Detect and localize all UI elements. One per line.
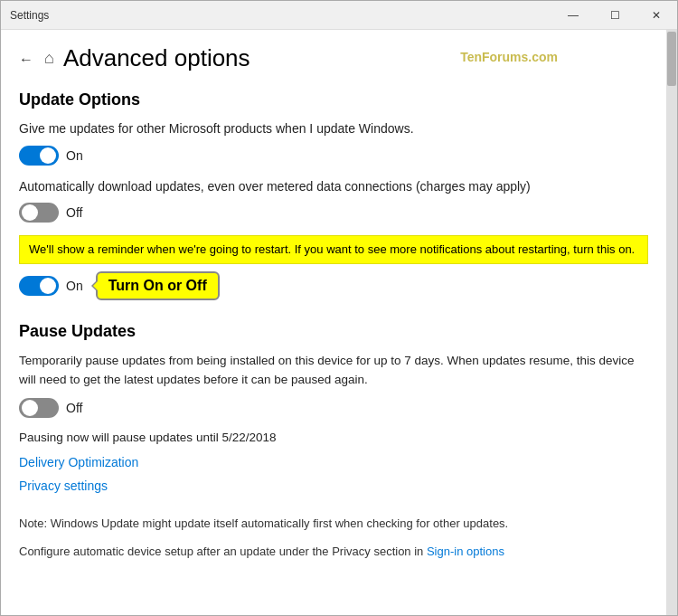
scrollbar-thumb[interactable]	[667, 32, 676, 86]
delivery-optimization-link[interactable]: Delivery Optimization	[19, 455, 648, 469]
pause-toggle-knob	[22, 400, 38, 416]
pause-until: Pausing now will pause updates until 5/2…	[19, 431, 648, 444]
option2-toggle-row: Off	[19, 203, 648, 223]
titlebar-controls: — ☐ ✕	[552, 1, 677, 29]
pause-updates-body: Temporarily pause updates from being ins…	[19, 352, 648, 389]
option1-state: On	[66, 148, 83, 163]
pause-updates-title: Pause Updates	[19, 322, 648, 341]
page-title: Advanced options	[63, 44, 250, 72]
option1-toggle[interactable]	[19, 146, 59, 166]
note1: Note: Windows Update might update itself…	[19, 515, 648, 533]
note2-prefix: Configure automatic device setup after a…	[19, 545, 427, 558]
scrollbar[interactable]	[666, 30, 677, 615]
highlight-box: We'll show a reminder when we're going t…	[19, 235, 648, 264]
tooltip-bubble: Turn On or Off	[96, 271, 220, 300]
option3-toggle[interactable]	[19, 276, 59, 296]
note2: Configure automatic device setup after a…	[19, 543, 648, 561]
pause-toggle-row: Off	[19, 398, 648, 418]
content-area: ← ⌂ Advanced options TenForums.com Updat…	[1, 30, 677, 615]
option3-toggle-row: On Turn On or Off	[19, 271, 648, 300]
main-content: ← ⌂ Advanced options TenForums.com Updat…	[1, 30, 666, 615]
option2-toggle[interactable]	[19, 203, 59, 223]
option3-state: On	[66, 279, 83, 293]
page-header: ← ⌂ Advanced options TenForums.com	[19, 30, 648, 81]
watermark: TenForums.com	[460, 50, 558, 64]
back-button[interactable]: ←	[19, 52, 33, 68]
option1-toggle-row: On	[19, 146, 648, 166]
settings-window: Settings — ☐ ✕ ← ⌂ Advanced options TenF…	[0, 0, 678, 616]
close-button[interactable]: ✕	[636, 1, 677, 30]
tooltip-text: Turn On or Off	[108, 278, 207, 293]
minimize-button[interactable]: —	[552, 1, 594, 30]
pause-state: Off	[66, 401, 82, 415]
option1-label: Give me updates for other Microsoft prod…	[19, 120, 648, 138]
option2-state: Off	[66, 205, 82, 220]
home-icon[interactable]: ⌂	[44, 49, 54, 68]
titlebar: Settings — ☐ ✕	[1, 1, 677, 30]
pause-toggle[interactable]	[19, 398, 59, 418]
titlebar-title: Settings	[10, 9, 49, 22]
option2-label: Automatically download updates, even ove…	[19, 178, 648, 196]
privacy-settings-link[interactable]: Privacy settings	[19, 479, 648, 493]
option2-toggle-knob	[22, 204, 38, 221]
update-options-title: Update Options	[19, 90, 648, 109]
option3-toggle-knob	[40, 278, 56, 294]
maximize-button[interactable]: ☐	[594, 1, 636, 30]
sign-in-options-link[interactable]: Sign-in options	[427, 545, 504, 558]
option1-toggle-knob	[40, 147, 56, 164]
